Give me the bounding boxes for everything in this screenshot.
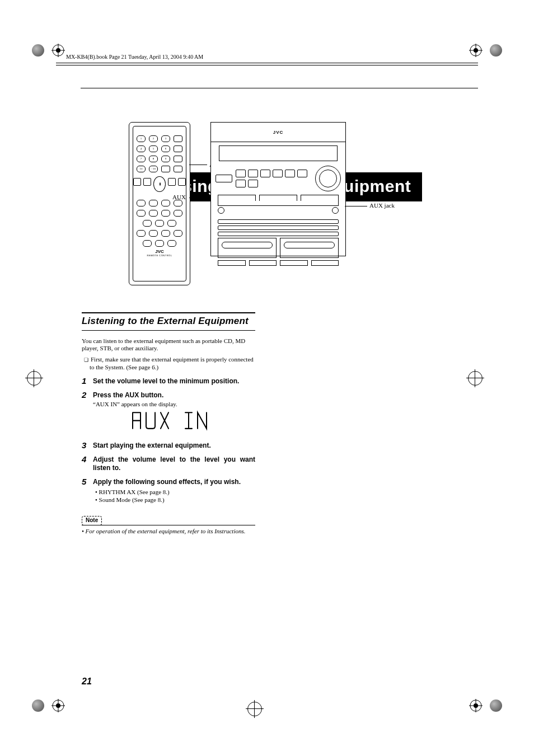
step-title: Adjust the volume level to the level you… xyxy=(93,456,255,472)
rewind-icon xyxy=(133,178,141,186)
intro-paragraph: You can listen to the external equipment… xyxy=(82,337,255,353)
cassette-deck-b-icon xyxy=(280,238,339,258)
step-number: 5 xyxy=(82,477,86,487)
steps-list: 1 Set the volume level to the minimum po… xyxy=(82,377,255,504)
step-number: 2 xyxy=(82,390,86,401)
brand-logo: JVC xyxy=(273,130,284,135)
next-icon xyxy=(168,178,176,186)
step-item: 3 Start playing the external equipment. xyxy=(82,442,255,450)
bullet-item: RHYTHM AX (See page 8.) xyxy=(95,489,255,496)
registration-mark-icon xyxy=(27,39,49,62)
step-title: Start playing the external equipment. xyxy=(93,442,255,450)
segment-display-icon xyxy=(93,410,255,437)
step-item: 1 Set the volume level to the minimum po… xyxy=(82,377,255,386)
diagram-area: 123 456 789 10+10 JVC REMOTE CONTROL AUX xyxy=(129,122,456,301)
precondition-note: First, make sure that the external equip… xyxy=(82,356,255,372)
phones-jack-icon xyxy=(332,207,339,214)
step-title: Set the volume level to the minimum posi… xyxy=(93,377,255,386)
volume-dial-icon xyxy=(315,166,341,191)
aux-button-remote xyxy=(174,156,182,162)
step-item: 5 Apply the following sound effects, if … xyxy=(82,478,255,504)
remote-control-diagram: 123 456 789 10+10 JVC REMOTE CONTROL xyxy=(129,122,190,285)
step-sub-bullets: RHYTHM AX (See page 8.) Sound Mode (See … xyxy=(95,489,255,504)
play-ring-icon xyxy=(153,176,166,192)
svg-point-7 xyxy=(474,48,478,53)
step-item: 2 Press the AUX button. “AUX IN” appears… xyxy=(82,391,255,436)
note-label: Note xyxy=(82,516,102,525)
note-body: For operation of the external equipment,… xyxy=(82,528,255,536)
remote-sublabel: REMOTE CONTROL xyxy=(133,254,186,257)
registration-mark-icon xyxy=(485,694,507,717)
svg-point-3 xyxy=(56,48,60,53)
step-title: Apply the following sound effects, if yo… xyxy=(93,478,255,486)
running-rule xyxy=(56,63,478,65)
step-body: “AUX IN” appears on the display. xyxy=(93,401,255,408)
step-number: 1 xyxy=(82,376,86,387)
svg-point-11 xyxy=(56,703,60,708)
step-title: Press the AUX button. xyxy=(93,391,255,400)
brand-logo: JVC xyxy=(133,249,186,254)
page-number: 21 xyxy=(82,677,92,687)
page-title-block: Using an External Equipment xyxy=(81,86,478,88)
ffwd-icon xyxy=(178,178,186,186)
section-heading: Listening to the External Equipment xyxy=(82,312,255,331)
main-unit-diagram: JVC xyxy=(210,122,346,256)
step-number: 4 xyxy=(82,454,86,465)
leader-label-aux-jack: AUX jack xyxy=(369,202,403,209)
cassette-deck-a-icon xyxy=(218,238,277,258)
registration-mark-icon xyxy=(27,694,49,717)
aux-jack-icon xyxy=(218,207,224,214)
svg-point-15 xyxy=(474,703,478,708)
leader-label-aux-unit: AUX xyxy=(172,194,186,200)
display-panel-icon xyxy=(219,145,338,161)
bullet-item: Sound Mode (See page 8.) xyxy=(95,496,255,504)
step-item: 4 Adjust the volume level to the level y… xyxy=(82,456,255,472)
prev-icon xyxy=(143,178,151,186)
registration-mark-icon xyxy=(27,369,66,386)
registration-mark-icon xyxy=(485,39,507,62)
manual-page: MX-KB4(B).book Page 21 Tuesday, April 13… xyxy=(0,0,534,756)
registration-mark-icon xyxy=(247,700,287,717)
step-number: 3 xyxy=(82,440,86,451)
content-column: Listening to the External Equipment You … xyxy=(82,312,255,536)
registration-mark-icon xyxy=(468,369,507,386)
running-header: MX-KB4(B).book Page 21 Tuesday, April 13… xyxy=(66,54,203,60)
